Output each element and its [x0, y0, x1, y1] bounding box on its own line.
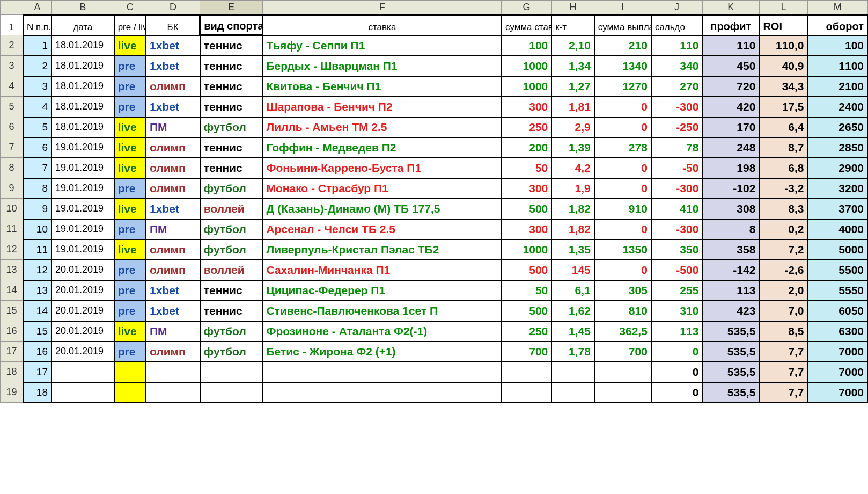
- cell-sport[interactable]: воллей: [200, 199, 263, 219]
- cell-bk[interactable]: олимп: [146, 178, 200, 199]
- cell-n[interactable]: 17: [23, 362, 52, 382]
- cell-sum[interactable]: 1000: [502, 239, 551, 260]
- cell-profit[interactable]: 535,5: [702, 321, 759, 342]
- col-header-I[interactable]: I: [594, 1, 651, 15]
- col-header-E[interactable]: E: [200, 1, 263, 15]
- cell-date[interactable]: 18.01.2019: [52, 76, 114, 97]
- cell-coef[interactable]: 1,78: [551, 342, 594, 362]
- cell-date[interactable]: [52, 382, 114, 403]
- cell-bet[interactable]: [262, 382, 501, 403]
- cell-bet[interactable]: Шарапова - Бенчич П2: [262, 97, 501, 117]
- cell-saldo[interactable]: 310: [651, 301, 702, 321]
- cell-bk[interactable]: 1xbet: [146, 97, 200, 117]
- cell-date[interactable]: 20.01.2019: [52, 321, 114, 342]
- cell-mode[interactable]: live: [114, 35, 146, 56]
- cell-roi[interactable]: 0,2: [759, 219, 807, 239]
- hdr-sum[interactable]: сумма ставки: [502, 15, 551, 35]
- hdr-n[interactable]: N п.п.: [23, 15, 52, 35]
- cell-date[interactable]: 19.01.2019: [52, 199, 114, 219]
- cell-n[interactable]: 16: [23, 342, 52, 362]
- cell-bk[interactable]: [146, 362, 200, 382]
- col-header-J[interactable]: J: [651, 1, 702, 15]
- cell-n[interactable]: 2: [23, 56, 52, 76]
- cell-payout[interactable]: 0: [594, 97, 651, 117]
- cell-roi[interactable]: 34,3: [759, 76, 807, 97]
- cell-saldo[interactable]: 340: [651, 56, 702, 76]
- cell-coef[interactable]: 1,45: [551, 321, 594, 342]
- hdr-profit[interactable]: профит: [702, 15, 759, 35]
- cell-bk[interactable]: олимп: [146, 137, 200, 158]
- cell-bk[interactable]: ПМ: [146, 219, 200, 239]
- cell-coef[interactable]: 1,82: [551, 219, 594, 239]
- cell-mode[interactable]: [114, 362, 146, 382]
- cell-profit[interactable]: -102: [702, 178, 759, 199]
- spreadsheet-grid[interactable]: A B C D E F G H I J K L M 1 N п.п. дата …: [0, 0, 868, 403]
- cell-saldo[interactable]: -300: [651, 219, 702, 239]
- cell-profit[interactable]: 110: [702, 35, 759, 56]
- col-header-L[interactable]: L: [759, 1, 807, 15]
- cell-saldo[interactable]: 270: [651, 76, 702, 97]
- row-number[interactable]: 17: [1, 342, 23, 362]
- cell-roi[interactable]: 7,7: [759, 342, 807, 362]
- cell-sport[interactable]: воллей: [200, 260, 263, 280]
- hdr-bk[interactable]: БК: [146, 15, 200, 35]
- cell-sum[interactable]: 250: [502, 117, 551, 137]
- hdr-saldo[interactable]: сальдо: [651, 15, 702, 35]
- cell-bet[interactable]: Стивенс-Павлюченкова 1сет П: [262, 301, 501, 321]
- cell-payout[interactable]: 700: [594, 342, 651, 362]
- cell-saldo[interactable]: -50: [651, 158, 702, 178]
- row-number[interactable]: 1: [1, 15, 23, 35]
- cell-payout[interactable]: 278: [594, 137, 651, 158]
- row-number[interactable]: 11: [1, 219, 23, 239]
- cell-mode[interactable]: live: [114, 321, 146, 342]
- cell-date[interactable]: 18.01.2019: [52, 97, 114, 117]
- cell-saldo[interactable]: 0: [651, 382, 702, 403]
- cell-n[interactable]: 15: [23, 321, 52, 342]
- cell-saldo[interactable]: 255: [651, 280, 702, 301]
- cell-coef[interactable]: 1,82: [551, 199, 594, 219]
- cell-bet[interactable]: Лилль - Амьен ТМ 2.5: [262, 117, 501, 137]
- cell-sum[interactable]: 200: [502, 137, 551, 158]
- col-header-H[interactable]: H: [551, 1, 594, 15]
- cell-turnover[interactable]: 2650: [808, 117, 867, 137]
- cell-bet[interactable]: Тьяфу - Сеппи П1: [262, 35, 501, 56]
- cell-turnover[interactable]: 6050: [808, 301, 867, 321]
- cell-sport[interactable]: теннис: [200, 35, 263, 56]
- cell-payout[interactable]: 910: [594, 199, 651, 219]
- cell-mode[interactable]: live: [114, 199, 146, 219]
- cell-roi[interactable]: 7,7: [759, 382, 807, 403]
- cell-mode[interactable]: pre: [114, 178, 146, 199]
- hdr-date[interactable]: дата: [52, 15, 114, 35]
- cell-saldo[interactable]: 78: [651, 137, 702, 158]
- cell-payout[interactable]: 0: [594, 178, 651, 199]
- cell-n[interactable]: 4: [23, 97, 52, 117]
- cell-payout[interactable]: 0: [594, 158, 651, 178]
- cell-bk[interactable]: ПМ: [146, 321, 200, 342]
- cell-bk[interactable]: 1xbet: [146, 301, 200, 321]
- cell-profit[interactable]: 198: [702, 158, 759, 178]
- col-header-D[interactable]: D: [146, 1, 200, 15]
- cell-bet[interactable]: Арсенал - Челси ТБ 2.5: [262, 219, 501, 239]
- row-number[interactable]: 13: [1, 260, 23, 280]
- cell-mode[interactable]: pre: [114, 56, 146, 76]
- cell-turnover[interactable]: 1100: [808, 56, 867, 76]
- cell-sum[interactable]: 300: [502, 178, 551, 199]
- cell-sport[interactable]: [200, 362, 263, 382]
- cell-sport[interactable]: [200, 382, 263, 403]
- cell-sum[interactable]: [502, 362, 551, 382]
- cell-saldo[interactable]: 350: [651, 239, 702, 260]
- col-header-C[interactable]: C: [114, 1, 146, 15]
- row-number[interactable]: 9: [1, 178, 23, 199]
- cell-date[interactable]: 20.01.2019: [52, 301, 114, 321]
- cell-coef[interactable]: 1,81: [551, 97, 594, 117]
- cell-roi[interactable]: 8,7: [759, 137, 807, 158]
- row-number[interactable]: 10: [1, 199, 23, 219]
- cell-payout[interactable]: 210: [594, 35, 651, 56]
- cell-sum[interactable]: 500: [502, 260, 551, 280]
- cell-coef[interactable]: 2,9: [551, 117, 594, 137]
- cell-sum[interactable]: 300: [502, 97, 551, 117]
- row-number[interactable]: 15: [1, 301, 23, 321]
- cell-sum[interactable]: 500: [502, 199, 551, 219]
- cell-profit[interactable]: 450: [702, 56, 759, 76]
- cell-saldo[interactable]: -300: [651, 97, 702, 117]
